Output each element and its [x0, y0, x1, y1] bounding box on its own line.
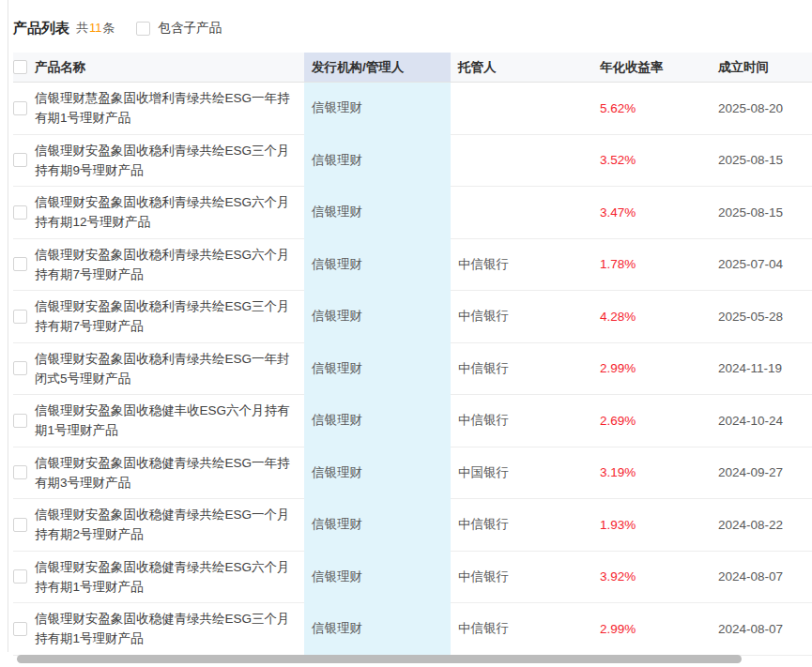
product-name[interactable]: 信银理财安盈象固收稳利青绿共绘ESG三个月持有期9号理财产品: [35, 135, 304, 188]
issuer-value: 信银理财: [304, 291, 451, 343]
yield-value: 1.93%: [591, 499, 709, 552]
custodian-value: 中信银行: [451, 603, 591, 656]
yield-value: 3.19%: [591, 447, 709, 500]
product-table: 产品名称 发行机构/管理人 托管人 年化收益率 成立时间 信银理财慧盈象固收增利…: [13, 53, 812, 656]
include-sub-products-label: 包含子产品: [159, 20, 222, 37]
product-name[interactable]: 信银理财安盈象固收稳健青绿共绘ESG三个月持有期1号理财产品: [35, 603, 304, 656]
count-prefix: 共: [76, 21, 88, 35]
row-checkbox[interactable]: [13, 205, 27, 220]
row-checkbox[interactable]: [13, 414, 27, 428]
established-date: 2025-07-04: [709, 239, 812, 292]
issuer-value: 信银理财: [304, 499, 451, 552]
custodian-value: 中信银行: [451, 291, 591, 343]
table-row: 信银理财安盈象固收稳健丰收ESG六个月持有期1号理财产品 信银理财 中信银行 2…: [13, 395, 812, 447]
table-row: 信银理财安盈象固收稳利青绿共绘ESG三个月持有期9号理财产品 信银理财 3.52…: [13, 135, 812, 188]
established-date: 2024-08-22: [709, 499, 812, 552]
product-name[interactable]: 信银理财安盈象固收稳利青绿共绘ESG一年封闭式5号理财产品: [35, 343, 304, 396]
issuer-value: 信银理财: [304, 603, 451, 656]
product-name[interactable]: 信银理财慧盈象固收增利青绿共绘ESG一年持有期1号理财产品: [35, 83, 304, 135]
row-checkbox-cell: [13, 447, 35, 500]
established-date: 2024-08-07: [709, 552, 812, 604]
table-header-row: 产品名称 发行机构/管理人 托管人 年化收益率 成立时间: [13, 53, 812, 83]
column-header-issuer: 发行机构/管理人: [304, 53, 451, 82]
established-date: 2024-08-07: [709, 603, 812, 656]
yield-value: 3.52%: [591, 135, 709, 188]
table-row: 信银理财安盈象固收稳健青绿共绘ESG六个月持有期1号理财产品 信银理财 中信银行…: [13, 552, 812, 604]
column-header-custodian: 托管人: [451, 53, 591, 82]
established-date: 2025-08-20: [709, 83, 812, 135]
table-row: 信银理财安盈象固收稳利青绿共绘ESG一年封闭式5号理财产品 信银理财 中信银行 …: [13, 343, 812, 396]
issuer-value: 信银理财: [304, 395, 451, 447]
panel-header: 产品列表 共11条 包含子产品: [13, 13, 812, 43]
row-checkbox[interactable]: [13, 465, 27, 479]
product-name[interactable]: 信银理财安盈象固收稳健青绿共绘ESG一个月持有期2号理财产品: [35, 499, 304, 552]
count-number: 11: [88, 21, 103, 35]
row-checkbox[interactable]: [13, 622, 27, 636]
issuer-value: 信银理财: [304, 447, 451, 500]
row-checkbox-cell: [13, 187, 35, 239]
product-name[interactable]: 信银理财安盈象固收稳健青绿共绘ESG六个月持有期1号理财产品: [35, 552, 304, 604]
yield-value: 2.99%: [591, 603, 709, 656]
row-checkbox[interactable]: [13, 310, 27, 324]
custodian-value: [451, 83, 591, 135]
column-header-yield: 年化收益率: [591, 53, 709, 82]
table-row: 信银理财安盈象固收稳利青绿共绘ESG六个月持有期12号理财产品 信银理财 3.4…: [13, 187, 812, 239]
product-name[interactable]: 信银理财安盈象固收稳利青绿共绘ESG六个月持有期7号理财产品: [35, 239, 304, 292]
custodian-value: 中信银行: [451, 343, 591, 396]
include-sub-products-toggle[interactable]: 包含子产品: [136, 20, 222, 37]
issuer-value: 信银理财: [304, 187, 451, 239]
panel-left-border: [8, 0, 8, 652]
yield-value: 3.47%: [591, 187, 709, 239]
horizontal-scrollbar-thumb[interactable]: [17, 655, 742, 663]
column-header-date: 成立时间: [709, 53, 812, 82]
established-date: 2025-05-28: [709, 291, 812, 343]
table-row: 信银理财安盈象固收稳利青绿共绘ESG六个月持有期7号理财产品 信银理财 中信银行…: [13, 239, 812, 292]
row-checkbox[interactable]: [13, 518, 27, 532]
page-title: 产品列表: [13, 20, 69, 38]
issuer-value: 信银理财: [304, 552, 451, 604]
select-all-cell: [13, 53, 35, 82]
table-row: 信银理财安盈象固收稳健青绿共绘ESG三个月持有期1号理财产品 信银理财 中信银行…: [13, 603, 812, 656]
yield-value: 1.78%: [591, 239, 709, 292]
product-count: 共11条: [76, 20, 115, 37]
row-checkbox-cell: [13, 395, 35, 447]
table-row: 信银理财安盈象固收稳利青绿共绘ESG三个月持有期7号理财产品 信银理财 中信银行…: [13, 291, 812, 343]
established-date: 2025-08-15: [709, 187, 812, 239]
product-name[interactable]: 信银理财安盈象固收稳利青绿共绘ESG六个月持有期12号理财产品: [35, 187, 304, 239]
table-body: 信银理财慧盈象固收增利青绿共绘ESG一年持有期1号理财产品 信银理财 5.62%…: [13, 83, 812, 656]
custodian-value: [451, 187, 591, 239]
table-row: 信银理财慧盈象固收增利青绿共绘ESG一年持有期1号理财产品 信银理财 5.62%…: [13, 83, 812, 135]
row-checkbox-cell: [13, 83, 35, 135]
yield-value: 2.99%: [591, 343, 709, 396]
select-all-checkbox[interactable]: [13, 60, 27, 74]
yield-value: 2.69%: [591, 395, 709, 447]
row-checkbox[interactable]: [13, 361, 27, 375]
product-name[interactable]: 信银理财安盈象固收稳健青绿共绘ESG一年持有期3号理财产品: [35, 447, 304, 500]
row-checkbox-cell: [13, 603, 35, 656]
row-checkbox[interactable]: [13, 569, 27, 584]
established-date: 2024-11-19: [709, 343, 812, 396]
yield-value: 4.28%: [591, 291, 709, 343]
custodian-value: 中信银行: [451, 552, 591, 604]
custodian-value: 中信银行: [451, 499, 591, 552]
issuer-value: 信银理财: [304, 239, 451, 292]
product-name[interactable]: 信银理财安盈象固收稳健丰收ESG六个月持有期1号理财产品: [35, 395, 304, 447]
established-date: 2024-10-24: [709, 395, 812, 447]
row-checkbox[interactable]: [13, 257, 27, 271]
yield-value: 5.62%: [591, 83, 709, 135]
row-checkbox-cell: [13, 552, 35, 604]
include-sub-products-checkbox[interactable]: [136, 22, 150, 36]
row-checkbox-cell: [13, 499, 35, 552]
row-checkbox[interactable]: [13, 101, 27, 115]
established-date: 2024-09-27: [709, 447, 812, 500]
product-list-panel: 产品列表 共11条 包含子产品 产品名称 发行机构/管理人 托管人 年化收益率 …: [13, 0, 812, 656]
row-checkbox-cell: [13, 291, 35, 343]
established-date: 2025-08-15: [709, 135, 812, 188]
row-checkbox[interactable]: [13, 153, 27, 167]
product-name[interactable]: 信银理财安盈象固收稳利青绿共绘ESG三个月持有期7号理财产品: [35, 291, 304, 343]
custodian-value: 中信银行: [451, 395, 591, 447]
table-row: 信银理财安盈象固收稳健青绿共绘ESG一个月持有期2号理财产品 信银理财 中信银行…: [13, 499, 812, 552]
table-row: 信银理财安盈象固收稳健青绿共绘ESG一年持有期3号理财产品 信银理财 中国银行 …: [13, 447, 812, 500]
yield-value: 3.92%: [591, 552, 709, 604]
row-checkbox-cell: [13, 343, 35, 396]
